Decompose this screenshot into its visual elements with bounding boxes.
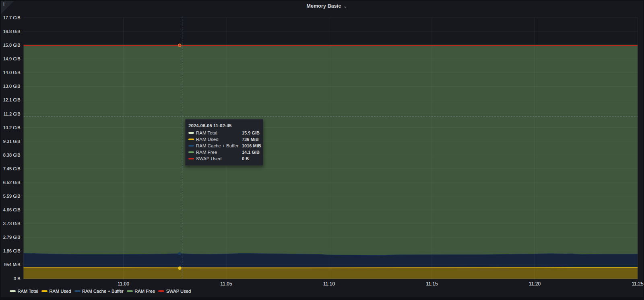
svg-text:i: i xyxy=(3,2,4,6)
